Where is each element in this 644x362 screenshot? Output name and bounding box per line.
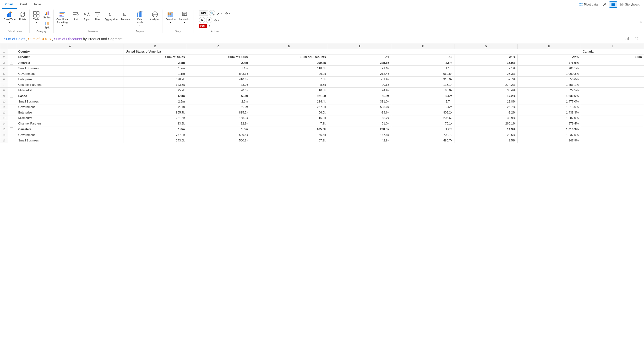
ribbon-group-actions: KPI 🔍 🖌 ▾ ⚙ ▾ A ↺ ⚙ ▾: [194, 9, 236, 33]
expand-cell: [8, 88, 16, 93]
d1pct-cell: 274.2%: [454, 82, 517, 88]
d2pct-cell: 876.9%: [518, 60, 581, 66]
formula-button[interactable]: fx Formula: [120, 10, 131, 22]
d1-cell: 63.2k: [328, 115, 391, 121]
expand-button[interactable]: −: [10, 127, 13, 131]
d1pct-cell: 17.2%: [454, 93, 517, 99]
d1-cell: 90.6k: [328, 82, 391, 88]
series-button[interactable]: Series: [42, 10, 52, 19]
sum-cell: [581, 66, 644, 71]
analytics-button[interactable]: Analytics: [149, 10, 161, 22]
cogs-cell: 1.1m: [187, 66, 250, 71]
d1pct-header: Δ1%: [454, 54, 517, 60]
discounts-cell: 57.0k: [250, 77, 328, 82]
d1-cell: 213.4k: [328, 71, 391, 77]
col-empty-1: [0, 44, 8, 49]
font-a-button[interactable]: A: [199, 17, 205, 23]
sort-button[interactable]: Sort: [70, 10, 81, 22]
svg-rect-12: [8, 13, 10, 17]
d2pct-cell: 827.5%: [518, 88, 581, 93]
expand-cell[interactable]: −: [8, 60, 16, 66]
analytics-items: Analytics: [149, 10, 161, 32]
search-button[interactable]: 🔍: [209, 10, 215, 16]
split-button[interactable]: Split: [42, 20, 52, 30]
row-num-cell: 5: [0, 71, 8, 77]
sales-cell: 2.9m: [124, 99, 187, 104]
rotate-button[interactable]: Rotate: [18, 10, 28, 22]
row-num-cell: 14: [0, 121, 8, 126]
refresh-button[interactable]: ↺: [206, 17, 212, 23]
chart-type-button[interactable]: Chart Type ▾: [2, 10, 17, 25]
table-row: 12Enterprise865.7k885.2k56.5k-19.6k809.2…: [0, 110, 644, 115]
label-cell: Carretera: [16, 126, 124, 132]
col-d-header: D: [250, 44, 328, 49]
wrench-button[interactable]: [600, 2, 608, 7]
table-row: 11Government2.9m2.3m257.3k585.0k2.6m25.7…: [0, 104, 644, 110]
expand-button[interactable]: −: [10, 94, 13, 98]
expand-cell[interactable]: −: [8, 126, 16, 132]
tab-chart[interactable]: Chart: [2, 0, 17, 9]
title-by: by Product and Segment: [83, 37, 122, 41]
deviation-button[interactable]: Deviation ▾: [164, 10, 177, 25]
trellis-button[interactable]: Trellis ▾: [31, 10, 42, 25]
d1pct-cell: 28.5%: [454, 132, 517, 138]
display-items: 123 456 789 Datalabels ▾: [134, 10, 145, 30]
kpi-button[interactable]: KPI: [199, 10, 208, 16]
top-n-button[interactable]: N Top n: [81, 10, 92, 22]
sum-header: Sum: [581, 54, 644, 60]
svg-rect-2: [580, 5, 581, 6]
d1pct-cell: 9.1%: [454, 66, 517, 71]
sum-cell: [581, 82, 644, 88]
d1pct-cell: 25.3%: [454, 71, 517, 77]
table-container[interactable]: A B C D E F G H I 1 Country United State…: [0, 44, 644, 362]
d2pct-cell: 1,237.5%: [518, 132, 581, 138]
paint-menu-button[interactable]: 🖌 ▾: [216, 11, 223, 15]
expand-button[interactable]: −: [10, 61, 13, 64]
conditional-formatting-button[interactable]: Conditionalformatting ▾: [55, 10, 70, 27]
discounts-cell: 257.3k: [250, 104, 328, 110]
measure-group-label: Measure: [88, 30, 98, 33]
storyboard-button[interactable]: Storyboard: [618, 2, 642, 7]
sum-cell: [581, 115, 644, 121]
d2-cell: 6.4m: [391, 93, 454, 99]
pdf-button[interactable]: PDF: [199, 24, 207, 28]
d1-cell: 167.8k: [328, 132, 391, 138]
title-bar-right: [624, 36, 640, 41]
col-c-header: C: [187, 44, 250, 49]
svg-text:Σ: Σ: [108, 12, 111, 17]
sum-cell: [581, 71, 644, 77]
pdf-chevron-button[interactable]: ▾: [208, 24, 211, 27]
sales-cell: 1.2m: [124, 66, 187, 71]
chart-view-btn[interactable]: [624, 36, 631, 41]
settings-menu-button[interactable]: ⚙ ▾: [224, 11, 231, 15]
data-labels-label: Datalabels: [137, 18, 143, 24]
aggregation-button[interactable]: Σ Aggregation: [103, 10, 119, 22]
d1pct-cell: 266.1%: [454, 121, 517, 126]
tab-card[interactable]: Card: [17, 0, 30, 9]
pivot-data-button[interactable]: Pivot data: [577, 2, 600, 7]
col-expand-1: [8, 44, 16, 49]
discounts-cell: 184.4k: [250, 99, 328, 104]
settings-icon: ⚙: [225, 11, 228, 15]
expand-cell: [8, 110, 16, 115]
formula-icon: fx: [122, 11, 128, 18]
settings2-menu-button[interactable]: ⚙ ▾: [213, 18, 220, 22]
d1pct-cell: 35.4%: [454, 88, 517, 93]
expand-table-btn[interactable]: [632, 36, 640, 41]
svg-rect-11: [7, 14, 8, 17]
table-row: 3−Amarilla2.8m2.4m290.4k388.6k2.5m15.9%8…: [0, 60, 644, 66]
svg-rect-27: [60, 16, 64, 17]
tab-table[interactable]: Table: [30, 0, 44, 9]
data-labels-button[interactable]: 123 456 789 Datalabels ▾: [134, 10, 145, 27]
sum-cell: [581, 132, 644, 138]
aggregation-icon: Σ: [108, 11, 114, 18]
svg-rect-25: [60, 13, 64, 14]
table-view-button[interactable]: [609, 1, 617, 8]
expand-cell[interactable]: −: [8, 93, 16, 99]
svg-rect-4: [612, 3, 615, 3]
storyboard-label: Storyboard: [625, 3, 640, 6]
filter-button[interactable]: Filter: [92, 10, 103, 22]
row-num-cell: 15: [0, 126, 8, 132]
annotation-button[interactable]: Annotation ▾: [177, 10, 192, 25]
ribbon-collapse-icon[interactable]: ∧: [640, 20, 642, 23]
